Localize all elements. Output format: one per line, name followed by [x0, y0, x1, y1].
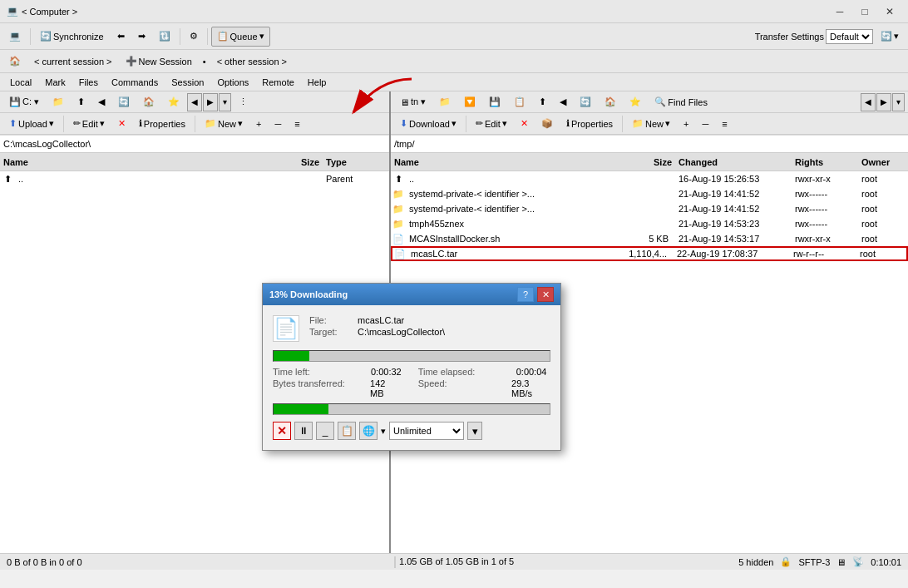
local-btn5[interactable]: +: [250, 114, 267, 134]
list-item[interactable]: ⬆ .. Parent: [0, 171, 389, 186]
local-back-btn[interactable]: ◀: [92, 92, 111, 112]
remote-home-btn[interactable]: 🏠: [599, 92, 622, 112]
upload-button[interactable]: ⬆ Upload ▾: [3, 114, 60, 134]
list-item[interactable]: ⬆ .. 16-Aug-19 15:26:53 rwxr-xr-x root: [391, 171, 908, 186]
dialog-help-btn[interactable]: ?: [517, 287, 534, 302]
toolbar-btn-3[interactable]: ➡: [132, 27, 151, 47]
current-session-label: < current session >: [34, 57, 112, 67]
other-session-btn[interactable]: < other session >: [211, 52, 293, 72]
close-button[interactable]: ✕: [878, 3, 901, 20]
copy-transfer-btn[interactable]: 📋: [338, 422, 356, 440]
remote-folder-btn[interactable]: 📁: [433, 92, 456, 112]
cancel-transfer-btn[interactable]: ✕: [273, 422, 291, 440]
remote-tn-btn[interactable]: 🖥 tn ▾: [394, 92, 432, 112]
nav-down-btn[interactable]: ▾: [219, 93, 231, 111]
minimize-transfer-btn[interactable]: _: [316, 422, 334, 440]
globe-btn[interactable]: 🌐: [359, 422, 378, 440]
mcaslc-tar-row[interactable]: 📄 mcasLC.tar 1,110,4... 22-Aug-19 17:08:…: [391, 246, 908, 261]
local-drive-btn[interactable]: 💾 C: ▾: [3, 92, 45, 112]
menu-help[interactable]: Help: [301, 76, 333, 89]
remote-btn7[interactable]: ≡: [716, 114, 733, 134]
dialog-close-btn[interactable]: ✕: [537, 287, 554, 302]
new-tab-icon[interactable]: 🏠: [3, 52, 27, 72]
remote-col-size[interactable]: Size: [609, 156, 675, 169]
remote-btn5[interactable]: +: [678, 114, 694, 134]
remote-nav-left[interactable]: ◀: [861, 93, 876, 111]
toolbar-btn-4[interactable]: 🔃: [153, 27, 176, 47]
remote-col-name[interactable]: Name: [391, 156, 609, 169]
main-toolbar: 💻 🔄 Synchronize ⬅ ➡ 🔃 ⚙ 📋 Queue ▾ Transf…: [0, 23, 908, 50]
remote-up-btn[interactable]: ⬆: [533, 92, 552, 112]
nav-left-btn[interactable]: ◀: [187, 93, 202, 111]
remote-save-btn[interactable]: 💾: [483, 92, 506, 112]
menu-options[interactable]: Options: [210, 76, 255, 89]
local-btn7[interactable]: ≡: [289, 114, 305, 134]
local-col-type[interactable]: Type: [323, 156, 389, 169]
nav-arrows: ◀ ▶ ▾: [187, 93, 231, 111]
settings-button[interactable]: ⚙: [184, 27, 204, 47]
remote-new-button[interactable]: 📁 New ▾: [626, 114, 676, 134]
remote-col-changed[interactable]: Changed: [675, 156, 792, 169]
list-item[interactable]: 📁 systemd-private-< identifier >... 21-A…: [391, 186, 908, 201]
remote-nav-right[interactable]: ▶: [876, 93, 891, 111]
find-files-btn[interactable]: 🔍 Find Files: [649, 92, 713, 112]
local-delete-button[interactable]: ✕: [112, 114, 131, 134]
remote-filter-btn[interactable]: 🔽: [458, 92, 481, 112]
speed-limit-select[interactable]: Unlimited: [389, 422, 464, 440]
menu-mark[interactable]: Mark: [38, 76, 72, 89]
synchronize-button[interactable]: 🔄 Synchronize: [34, 27, 110, 47]
computer-icon-btn[interactable]: 💻: [3, 27, 27, 47]
local-up-btn[interactable]: ⬆: [72, 92, 91, 112]
new-session-btn[interactable]: ➕ New Session: [120, 52, 198, 72]
local-home-btn[interactable]: 🏠: [137, 92, 160, 112]
speed-limit-dropdown[interactable]: ▾: [467, 422, 482, 440]
copy-transfer-icon: 📋: [341, 425, 353, 437]
remote-bookmark-btn[interactable]: ⭐: [624, 92, 647, 112]
local-btn6[interactable]: ─: [269, 114, 287, 134]
remote-properties-btn[interactable]: ℹ Properties: [560, 114, 619, 134]
queue-button[interactable]: 📋 Queue ▾: [211, 27, 270, 47]
list-item[interactable]: 📁 systemd-private-< identifier >... 21-A…: [391, 201, 908, 216]
remote-delete-button[interactable]: ✕: [515, 114, 534, 134]
remote-copy-btn[interactable]: 📋: [508, 92, 531, 112]
remote-col-owner[interactable]: Owner: [858, 156, 908, 169]
maximize-button[interactable]: □: [853, 3, 876, 20]
local-folder-btn[interactable]: 📁: [47, 92, 70, 112]
remote-nav-arrows: ◀ ▶ ▾: [861, 93, 905, 111]
toolbar-btn-2[interactable]: ⬅: [111, 27, 131, 47]
menu-commands[interactable]: Commands: [105, 76, 165, 89]
transfer-refresh-btn[interactable]: 🔄 ▾: [875, 27, 905, 47]
remote-refresh-btn[interactable]: 🔄: [574, 92, 597, 112]
local-dots-btn[interactable]: ⋮: [233, 92, 254, 112]
minimize-button[interactable]: ─: [828, 3, 851, 20]
remote-back-btn[interactable]: ◀: [554, 92, 572, 112]
remote-btn6[interactable]: ─: [696, 114, 714, 134]
local-col-size[interactable]: Size: [256, 156, 323, 169]
local-refresh-btn[interactable]: 🔄: [112, 92, 136, 112]
menu-local[interactable]: Local: [3, 76, 38, 89]
transfer-settings-select[interactable]: Default: [826, 29, 873, 44]
current-session-btn[interactable]: < current session >: [28, 52, 118, 72]
nav-right-btn[interactable]: ▶: [203, 93, 218, 111]
remote-edit-button[interactable]: ✏ Edit ▾: [470, 114, 513, 134]
local-bookmark-btn[interactable]: ⭐: [162, 92, 185, 112]
menu-session[interactable]: Session: [165, 76, 210, 89]
remote-move-btn[interactable]: 📦: [535, 114, 559, 134]
local-properties-btn[interactable]: ℹ Properties: [133, 114, 191, 134]
local-edit-button[interactable]: ✏ Edit ▾: [67, 114, 111, 134]
local-new-button[interactable]: 📁 New ▾: [199, 114, 249, 134]
menu-files[interactable]: Files: [72, 76, 105, 89]
list-item[interactable]: 📁 tmph455znex 21-Aug-19 14:53:23 rwx----…: [391, 216, 908, 231]
speed-progress-bar: [273, 403, 550, 415]
remote-col-rights[interactable]: Rights: [792, 156, 858, 169]
remote-nav-down[interactable]: ▾: [892, 93, 905, 111]
local-col-name[interactable]: Name: [0, 156, 256, 169]
move-icon: 📦: [541, 118, 553, 129]
pause-transfer-btn[interactable]: ⏸: [294, 422, 313, 440]
download-button[interactable]: ⬇ Download ▾: [394, 114, 462, 134]
bookmark-icon: ⭐: [168, 96, 180, 107]
menu-remote[interactable]: Remote: [255, 76, 301, 89]
folder-icon: 📁: [391, 201, 406, 216]
title-bar: 💻 < Computer > ─ □ ✕: [0, 0, 908, 23]
list-item[interactable]: 📄 MCASInstallDocker.sh 5 KB 21-Aug-19 14…: [391, 231, 908, 246]
